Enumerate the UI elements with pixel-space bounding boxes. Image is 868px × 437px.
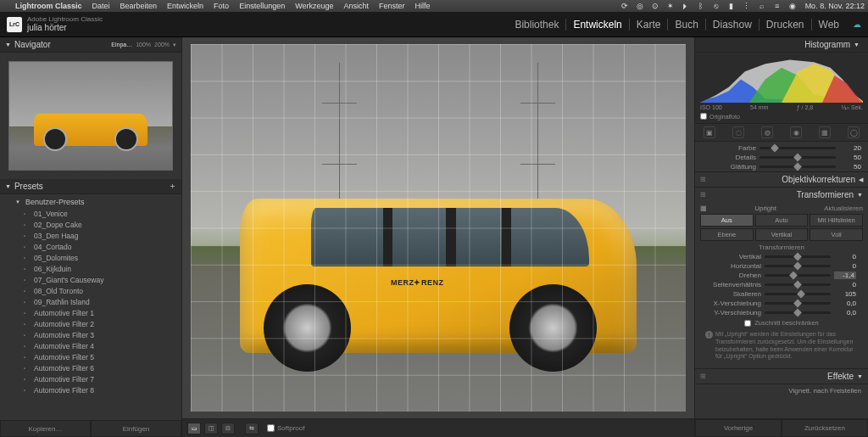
module-entwickeln[interactable]: Entwickeln bbox=[565, 19, 628, 31]
copy-button[interactable]: Kopieren… bbox=[0, 420, 91, 437]
slider-seitenverhältnis[interactable]: Seitenverhältnis0 bbox=[700, 280, 863, 289]
navigator-preview[interactable] bbox=[0, 53, 181, 179]
upright-auto-button[interactable]: Auto bbox=[755, 214, 809, 227]
menu-bearbeiten[interactable]: Bearbeiten bbox=[120, 2, 158, 10]
upright-vertikal-button[interactable]: Vertikal bbox=[755, 228, 809, 241]
preset-item[interactable]: ▫Automotive Filter 8 bbox=[0, 384, 181, 395]
original-checkbox[interactable] bbox=[700, 113, 707, 120]
crop-tool-icon[interactable]: ▣ bbox=[704, 126, 715, 138]
menu-hilfe[interactable]: Hilfe bbox=[415, 2, 431, 10]
menu-foto[interactable]: Foto bbox=[214, 2, 229, 10]
control-center-icon[interactable]: ≡ bbox=[773, 2, 782, 10]
tray-icon[interactable]: ✶ bbox=[666, 2, 675, 10]
tray-icon[interactable]: ⏵ bbox=[682, 2, 690, 10]
tray-icon[interactable]: ⎋ bbox=[712, 2, 721, 10]
siri-icon[interactable]: ◉ bbox=[788, 2, 797, 10]
softproof-checkbox[interactable] bbox=[267, 424, 275, 432]
slider-horizontal[interactable]: Horizontal0 bbox=[700, 261, 863, 271]
upright-ebene-button[interactable]: Ebene bbox=[700, 228, 754, 241]
reset-button[interactable]: Zurücksetzen bbox=[782, 419, 868, 437]
preset-group[interactable]: ▼ Benutzer-Presets bbox=[0, 196, 181, 208]
module-buch[interactable]: Buch bbox=[667, 19, 704, 31]
slider-vertikal[interactable]: Vertikal0 bbox=[700, 252, 863, 261]
slider-y-verschiebung[interactable]: Y-Verschiebung0,0 bbox=[700, 308, 863, 317]
tray-icon[interactable]: ⟳ bbox=[620, 2, 629, 10]
histogram-header[interactable]: Histogramm ▼ bbox=[695, 37, 868, 53]
preset-item[interactable]: ▫06_Kijkduin bbox=[0, 263, 181, 274]
preset-item[interactable]: ▫Automotive Filter 5 bbox=[0, 351, 181, 362]
zoom-100[interactable]: 100% bbox=[136, 42, 151, 48]
preset-item[interactable]: ▫02_Dope Cake bbox=[0, 219, 181, 230]
preset-item[interactable]: ▫Automotive Filter 2 bbox=[0, 318, 181, 329]
module-drucken[interactable]: Drucken bbox=[759, 19, 811, 31]
loupe-view-button[interactable]: ▭ bbox=[187, 423, 201, 434]
presets-header[interactable]: ▼ Presets ＋ bbox=[0, 179, 181, 194]
cloud-sync-icon[interactable]: ☁ bbox=[853, 20, 861, 29]
slider-farbe[interactable]: Farbe 20 bbox=[695, 143, 868, 153]
panel-switch-icon[interactable]: ⊞ bbox=[700, 176, 709, 183]
battery-icon[interactable]: ▮ bbox=[727, 2, 736, 10]
menu-ansicht[interactable]: Ansicht bbox=[344, 2, 370, 10]
guided-upright-icon[interactable]: ▦ bbox=[700, 204, 707, 212]
slider-glaettung[interactable]: Glättung 50 bbox=[695, 162, 868, 171]
wifi-icon[interactable]: ⋮ bbox=[743, 2, 751, 10]
transform-header[interactable]: ⊞ Transformieren ▼ bbox=[695, 188, 868, 202]
preset-item[interactable]: ▫04_Cortado bbox=[0, 241, 181, 252]
menu-fenster[interactable]: Fenster bbox=[379, 2, 405, 10]
slider-drehen[interactable]: Drehen-1,4 bbox=[700, 271, 863, 280]
radial-tool-icon[interactable]: ◯ bbox=[848, 126, 860, 138]
lens-corrections-header[interactable]: ⊞ Objektivkorrekturen ◀ bbox=[695, 172, 868, 187]
module-web[interactable]: Web bbox=[811, 19, 846, 31]
menubar-app-name[interactable]: Lightroom Classic bbox=[15, 2, 82, 10]
preset-item[interactable]: ▫05_Dolomites bbox=[0, 252, 181, 263]
constrain-crop-checkbox[interactable] bbox=[744, 320, 751, 327]
mask-tool-icon[interactable]: ◍ bbox=[761, 126, 773, 138]
zoom-fit[interactable]: Einpa… bbox=[111, 42, 132, 48]
preset-item[interactable]: ▫03_Den Haag bbox=[0, 230, 181, 241]
gradient-tool-icon[interactable]: ▦ bbox=[819, 126, 831, 138]
upright-aus-button[interactable]: Aus bbox=[700, 214, 754, 227]
panel-switch-icon[interactable]: ⊞ bbox=[700, 373, 709, 380]
upright-update[interactable]: Aktualisieren bbox=[824, 204, 863, 212]
slider-skalieren[interactable]: Skalieren105 bbox=[700, 289, 863, 299]
module-karte[interactable]: Karte bbox=[629, 19, 668, 31]
zoom-more-icon[interactable]: ▾ bbox=[173, 42, 176, 48]
navigator-header[interactable]: ▼ Navigator Einpa… 100% 200% ▾ bbox=[0, 37, 181, 53]
panel-switch-icon[interactable]: ⊞ bbox=[700, 191, 709, 199]
paste-button[interactable]: Einfügen bbox=[91, 420, 181, 437]
preset-item[interactable]: ▫Automotive Filter 6 bbox=[0, 362, 181, 373]
preset-item[interactable]: ▫Automotive Filter 4 bbox=[0, 340, 181, 351]
zoom-200[interactable]: 200% bbox=[154, 42, 170, 48]
preset-item[interactable]: ▫09_Rathlin Island bbox=[0, 296, 181, 307]
histogram-panel[interactable]: ISO 100 54 mm ƒ / 2,8 ¹⁄₁₀ Sek. Original… bbox=[695, 53, 868, 123]
slider-details[interactable]: Details 50 bbox=[695, 153, 868, 162]
preset-item[interactable]: ▫07_Giant's Causeway bbox=[0, 274, 181, 285]
previous-button[interactable]: Vorherige bbox=[695, 419, 782, 437]
image-canvas[interactable]: MERZ✦RENZ bbox=[191, 44, 686, 412]
menu-einstellungen[interactable]: Einstellungen bbox=[239, 2, 285, 10]
before-after-button[interactable]: ◫ bbox=[204, 423, 218, 434]
preset-item[interactable]: ▫08_Old Toronto bbox=[0, 285, 181, 296]
tray-icon[interactable]: ◎ bbox=[636, 2, 644, 10]
upright-voll-button[interactable]: Voll bbox=[810, 228, 863, 241]
presets-add-icon[interactable]: ＋ bbox=[169, 181, 176, 192]
menubar-clock[interactable]: Mo. 8. Nov. 22:12 bbox=[805, 2, 865, 10]
preset-item[interactable]: ▫Automotive Filter 1 bbox=[0, 307, 181, 318]
preset-item[interactable]: ▫01_Venice bbox=[0, 208, 181, 219]
menu-datei[interactable]: Datei bbox=[92, 2, 110, 10]
search-icon[interactable]: ⌕ bbox=[758, 2, 766, 10]
preset-item[interactable]: ▫Automotive Filter 7 bbox=[0, 373, 181, 384]
effects-header[interactable]: ⊞ Effekte ▼ bbox=[695, 369, 868, 384]
before-after-split-button[interactable]: ⊟ bbox=[221, 423, 235, 434]
redeye-tool-icon[interactable]: ◉ bbox=[790, 126, 802, 138]
module-bibliothek[interactable]: Bibliothek bbox=[508, 19, 565, 31]
preset-item[interactable]: ▫Automotive Filter 3 bbox=[0, 329, 181, 340]
menu-entwickeln[interactable]: Entwickeln bbox=[167, 2, 203, 10]
upright-mit-hilfslinien-button[interactable]: Mit Hilfslinien bbox=[810, 214, 863, 227]
bluetooth-icon[interactable]: ᛒ bbox=[697, 2, 705, 10]
heal-tool-icon[interactable]: ◌ bbox=[732, 126, 744, 138]
slider-x-verschiebung[interactable]: X-Verschiebung0,0 bbox=[700, 299, 863, 308]
swap-button[interactable]: ⇆ bbox=[245, 423, 259, 434]
menu-werkzeuge[interactable]: Werkzeuge bbox=[295, 2, 333, 10]
module-diashow[interactable]: Diashow bbox=[705, 19, 759, 31]
